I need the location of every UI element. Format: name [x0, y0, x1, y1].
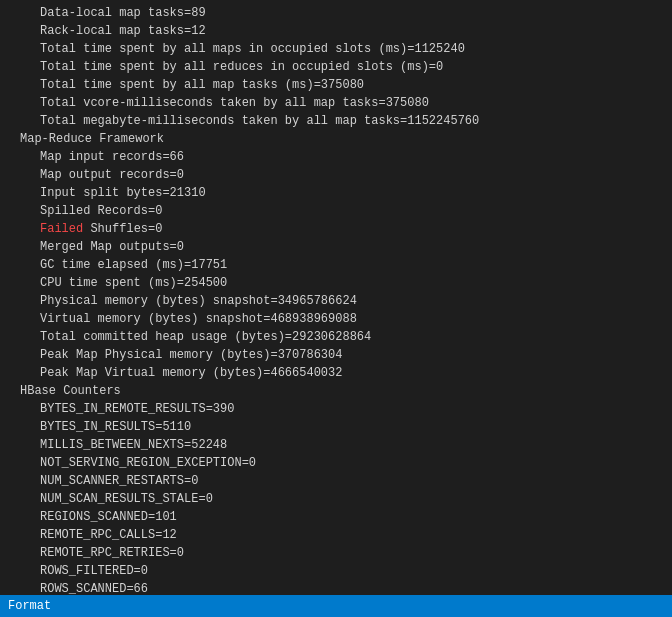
line-total-time-map-tasks: Total time spent by all map tasks (ms)=3… [0, 76, 672, 94]
line-cpu-time: CPU time spent (ms)=254500 [0, 274, 672, 292]
line-num-scanner: NUM_SCANNER_RESTARTS=0 [0, 472, 672, 490]
line-total-vcore: Total vcore-milliseconds taken by all ma… [0, 94, 672, 112]
line-remote-rpc-retries: REMOTE_RPC_RETRIES=0 [0, 544, 672, 562]
terminal: Data-local map tasks=89 Rack-local map t… [0, 0, 672, 617]
line-peak-map-virtual: Peak Map Virtual memory (bytes)=46665400… [0, 364, 672, 382]
line-total-megabyte: Total megabyte-milliseconds taken by all… [0, 112, 672, 130]
line-total-time-maps: Total time spent by all maps in occupied… [0, 40, 672, 58]
line-map-reduce-framework: Map-Reduce Framework [0, 130, 672, 148]
failed-text: Failed [40, 222, 90, 236]
line-rack-local: Rack-local map tasks=12 [0, 22, 672, 40]
line-bytes-results: BYTES_IN_RESULTS=5110 [0, 418, 672, 436]
line-total-time-reduces: Total time spent by all reduces in occup… [0, 58, 672, 76]
line-remote-rpc-calls: REMOTE_RPC_CALLS=12 [0, 526, 672, 544]
line-map-input: Map input records=66 [0, 148, 672, 166]
line-map-output: Map output records=0 [0, 166, 672, 184]
line-gc-time: GC time elapsed (ms)=17751 [0, 256, 672, 274]
format-label: Format [8, 599, 51, 613]
line-bytes-remote-results: BYTES_IN_REMOTE_RESULTS=390 [0, 400, 672, 418]
line-peak-map-physical: Peak Map Physical memory (bytes)=3707863… [0, 346, 672, 364]
line-committed-heap: Total committed heap usage (bytes)=29230… [0, 328, 672, 346]
line-regions-scanned: REGIONS_SCANNED=101 [0, 508, 672, 526]
line-millis-between: MILLIS_BETWEEN_NEXTS=52248 [0, 436, 672, 454]
line-physical-memory: Physical memory (bytes) snapshot=3496578… [0, 292, 672, 310]
line-not-serving: NOT_SERVING_REGION_EXCEPTION=0 [0, 454, 672, 472]
line-data-local: Data-local map tasks=89 [0, 4, 672, 22]
line-merged: Merged Map outputs=0 [0, 238, 672, 256]
line-rows-filtered: ROWS_FILTERED=0 [0, 562, 672, 580]
line-spilled: Spilled Records=0 [0, 202, 672, 220]
status-bar: Format [0, 595, 672, 617]
line-input-split: Input split bytes=21310 [0, 184, 672, 202]
shuffles-text: Shuffles=0 [90, 222, 162, 236]
line-hbase-counters: HBase Counters [0, 382, 672, 400]
line-virtual-memory: Virtual memory (bytes) snapshot=46893896… [0, 310, 672, 328]
line-num-scan: NUM_SCAN_RESULTS_STALE=0 [0, 490, 672, 508]
line-failed-shuffles: Failed Shuffles=0 [0, 220, 672, 238]
